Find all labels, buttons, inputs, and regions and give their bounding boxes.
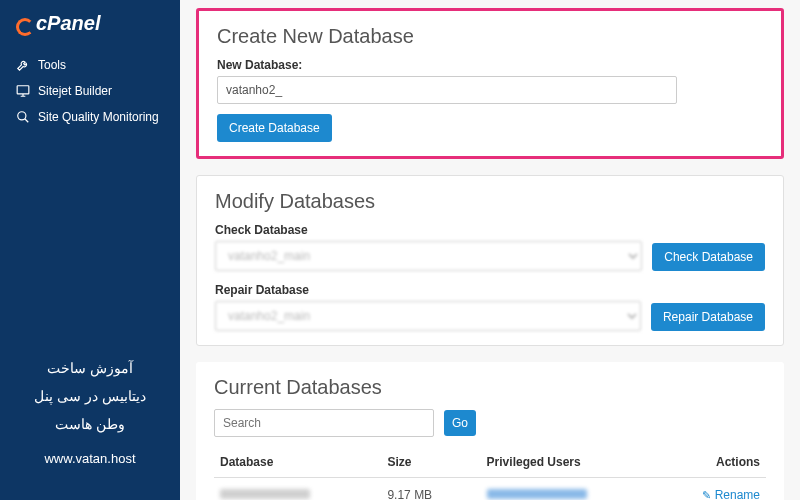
svg-rect-0 <box>17 85 29 93</box>
modify-databases-panel: Modify Databases Check Database vatanho2… <box>196 175 784 346</box>
col-size: Size <box>381 447 480 478</box>
db-name-blur <box>220 489 310 499</box>
new-database-input[interactable] <box>217 76 677 104</box>
create-database-panel: Create New Database New Database: Create… <box>196 8 784 159</box>
sidebar-item-label: Tools <box>38 58 66 72</box>
magnifier-icon <box>16 110 30 124</box>
sidebar-item-label: Sitejet Builder <box>38 84 112 98</box>
panel-title: Current Databases <box>214 376 766 399</box>
go-button[interactable]: Go <box>444 410 476 436</box>
col-users: Privileged Users <box>481 447 656 478</box>
logo-icon <box>16 18 34 36</box>
sidebar-item-label: Site Quality Monitoring <box>38 110 159 124</box>
repair-database-label: Repair Database <box>215 283 765 297</box>
sidebar-item-tools[interactable]: Tools <box>0 52 180 78</box>
logo: cPanel <box>0 12 180 52</box>
databases-table: Database Size Privileged Users Actions 9… <box>214 447 766 500</box>
sidebar: cPanel Tools Sitejet Builder Site Qualit… <box>0 0 180 500</box>
main-content: Create New Database New Database: Create… <box>180 0 800 500</box>
panel-title: Modify Databases <box>215 190 765 213</box>
db-size: 9.17 MB <box>381 478 480 501</box>
search-input[interactable] <box>214 409 434 437</box>
table-row: 9.17 MB ✎Rename <box>214 478 766 501</box>
new-database-label: New Database: <box>217 58 763 72</box>
sidebar-item-sitejet[interactable]: Sitejet Builder <box>0 78 180 104</box>
promo-line: وطن هاست <box>16 410 164 438</box>
db-user-blur[interactable] <box>487 489 587 499</box>
create-database-button[interactable]: Create Database <box>217 114 332 142</box>
svg-point-1 <box>18 111 26 119</box>
promo-line: آموزش ساخت <box>16 354 164 382</box>
repair-database-select[interactable]: vatanho2_main <box>215 301 641 331</box>
col-actions: Actions <box>656 447 766 478</box>
check-database-select[interactable]: vatanho2_main <box>215 241 642 271</box>
check-database-button[interactable]: Check Database <box>652 243 765 271</box>
promo-text: آموزش ساخت دیتابیس در سی پنل وطن هاست ww… <box>0 338 180 488</box>
promo-url: www.vatan.host <box>16 446 164 472</box>
promo-line: دیتابیس در سی پنل <box>16 382 164 410</box>
repair-database-button[interactable]: Repair Database <box>651 303 765 331</box>
wrench-icon <box>16 58 30 72</box>
current-databases-panel: Current Databases Go Database Size Privi… <box>196 362 784 500</box>
check-database-label: Check Database <box>215 223 765 237</box>
monitor-icon <box>16 84 30 98</box>
pencil-icon: ✎ <box>702 489 711 501</box>
panel-title: Create New Database <box>217 25 763 48</box>
rename-link[interactable]: ✎Rename <box>662 488 760 500</box>
col-database: Database <box>214 447 381 478</box>
sidebar-item-quality[interactable]: Site Quality Monitoring <box>0 104 180 130</box>
brand-name: cPanel <box>36 12 100 34</box>
